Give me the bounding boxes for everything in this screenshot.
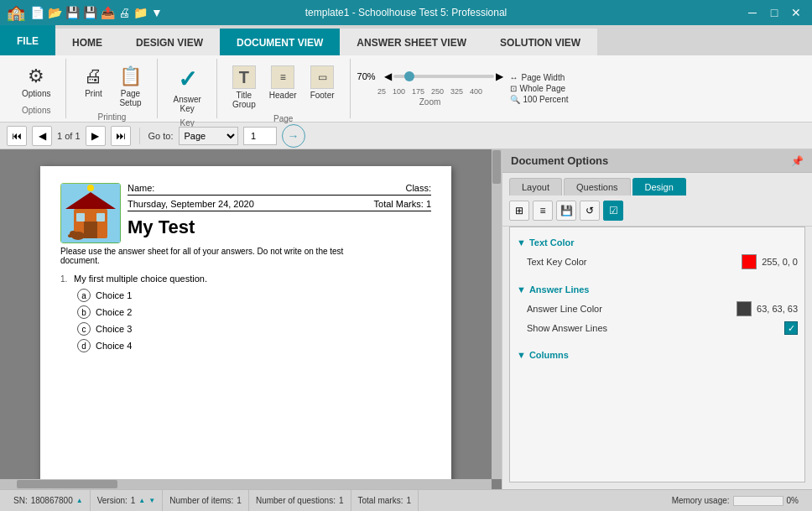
ribbon-group-zoom: 70% ◀ ▶ 25 100 175 250 325 400 Zoom ↔ Pa… [351,59,602,118]
zoom-tick-25: 25 [377,87,386,96]
text-color-collapse-icon: ▼ [517,237,526,248]
tab-design-view[interactable]: DESIGN VIEW [119,29,220,55]
folder-icon[interactable]: 📁 [133,6,148,19]
page-setup-label: Page Setup [119,89,141,107]
text-key-color-value: 255, 0, 0 [742,254,798,269]
date-marks-row: Thursday, September 24, 2020 Total Marks… [128,199,431,211]
page-setup-button[interactable]: 📋 Page Setup [113,62,147,111]
tab-home[interactable]: HOME [55,29,119,55]
horizontal-scrollbar[interactable] [0,479,492,489]
answer-lines-section-content: Answer Line Color 63, 63, 63 Show Answer… [517,298,798,347]
choice-text-b: Choice 2 [96,307,132,317]
options-button[interactable]: ⚙ Options [17,62,55,102]
panel-content: ▼ Text Color Text Key Color 255, 0, 0 [509,227,805,482]
title-group-button[interactable]: T Title Group [227,62,261,112]
answer-lines-section: ▼ Answer Lines Answer Line Color 63, 63,… [517,281,798,347]
tab-design[interactable]: Design [632,178,686,196]
goto-select[interactable]: Page Question [179,127,238,145]
last-page-button[interactable]: ⏭ [111,126,131,146]
sn-label: SN: [13,496,28,505]
tab-answer-sheet-view[interactable]: ANSWER SHEET VIEW [340,29,483,55]
open-icon[interactable]: 📂 [48,6,62,19]
total-marks-text: Total Marks: 1 [374,199,431,209]
export-icon[interactable]: 📤 [101,6,115,19]
zoom-group-label: Zoom [419,96,441,107]
vertical-scrollbar[interactable] [492,149,502,479]
tab-document-view[interactable]: DOCUMENT VIEW [220,29,340,55]
answer-line-color-row: Answer Line Color 63, 63, 63 [527,301,798,316]
school-svg [61,184,120,242]
name-class-row: Name: Class: [128,183,431,196]
choice-letter-d: d [77,339,91,352]
choice-text-a: Choice 1 [96,290,132,300]
answer-line-color-value: 63, 63, 63 [737,301,798,316]
save2-icon[interactable]: 💾 [83,6,97,19]
columns-section: ▼ Columns [517,347,798,373]
columns-section-header[interactable]: ▼ Columns [517,347,798,363]
text-key-color-text: 255, 0, 0 [762,257,798,267]
vertical-scrollbar-thumb[interactable] [492,150,501,184]
header-button[interactable]: ≡ Header [264,62,302,103]
goto-page-input[interactable] [243,127,277,145]
zoom-slider-input[interactable] [393,75,494,78]
dropdown-icon[interactable]: ▼ [151,6,163,19]
next-page-button[interactable]: ▶ [86,126,106,146]
panel-icon-1[interactable]: ⊞ [509,201,529,221]
tab-layout[interactable]: Layout [509,178,562,196]
page-width-icon: ↔ [510,73,518,82]
sn-up-arrow[interactable]: ▲ [76,497,83,504]
version-down-arrow[interactable]: ▼ [148,497,155,504]
ribbon-group-key: ✓ Answer Key Key [158,59,216,118]
list-item: a Choice 1 [77,289,431,302]
panel-icon-4[interactable]: ↺ [580,201,600,221]
panel-icon-2[interactable]: ≡ [533,201,553,221]
choice-letter-c: c [77,322,91,336]
panel-icon-3[interactable]: 💾 [556,201,576,221]
first-page-button[interactable]: ⏮ [7,126,27,146]
zoom-tick-325: 325 [450,87,463,96]
new-icon[interactable]: 📄 [30,6,44,19]
tab-solution-view[interactable]: SOLUTION VIEW [483,29,597,55]
answer-line-color-swatch[interactable] [737,301,752,316]
version-up-arrow[interactable]: ▲ [138,497,145,504]
title-group-label: Title Group [232,91,256,109]
memory-status: Memory usage: 0% [665,490,805,511]
minimize-button[interactable]: ─ [743,3,762,22]
show-answer-lines-checkbox[interactable]: ✓ [784,321,798,335]
answer-lines-section-header[interactable]: ▼ Answer Lines [517,281,798,298]
print-icon[interactable]: 🖨 [118,6,130,19]
answer-key-button[interactable]: ✓ Answer Key [168,62,206,117]
items-label: Number of items: [169,496,233,505]
text-key-color-swatch[interactable] [742,254,757,269]
question-number: 1. [60,274,70,284]
close-button[interactable]: ✕ [787,3,805,22]
marks-status: Total marks: 1 [351,490,419,511]
hundred-percent-option[interactable]: 🔍 100 Percent [510,95,569,104]
panel-icon-5[interactable]: ☑ [603,201,623,221]
panel-header: Document Options 📌 [502,149,812,173]
text-color-section-header[interactable]: ▼ Text Color [517,234,798,251]
footer-button[interactable]: ▭ Footer [305,62,340,103]
prev-page-button[interactable]: ◀ [32,126,52,146]
header-label: Header [269,91,297,100]
zoom-tick-250: 250 [431,87,444,96]
quick-access-toolbar: 📄 📂 💾 💾 📤 🖨 📁 ▼ [30,6,163,19]
print-button[interactable]: 🖨 Print [76,62,110,102]
tab-file[interactable]: FILE [0,25,55,55]
whole-page-option[interactable]: ⊡ Whole Page [510,84,569,93]
panel-pin-icon[interactable]: 📌 [791,155,804,167]
columns-section-label: Columns [529,350,569,360]
go-button[interactable]: → [282,124,305,148]
memory-progress-bar [733,496,783,506]
zoom-in-button[interactable]: ▶ [496,70,503,82]
save-icon[interactable]: 💾 [65,6,80,19]
whole-page-icon: ⊡ [510,84,517,93]
horizontal-scrollbar-thumb[interactable] [17,480,117,488]
nav-divider [139,128,140,144]
page-width-option[interactable]: ↔ Page Width [510,73,569,82]
tab-questions[interactable]: Questions [564,178,631,196]
maximize-button[interactable]: □ [765,3,783,22]
zoom-out-button[interactable]: ◀ [384,70,392,82]
answer-key-icon: ✓ [178,65,197,93]
date-text: Thursday, September 24, 2020 [128,199,254,209]
